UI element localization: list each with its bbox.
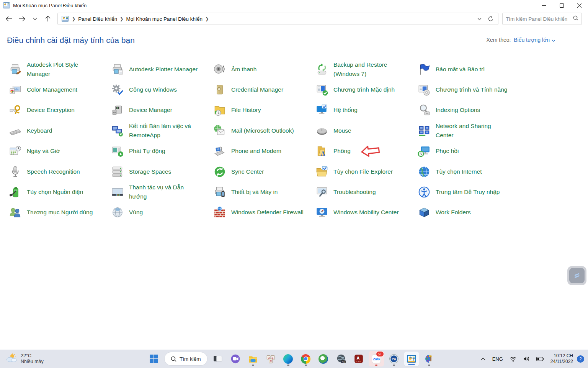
control-panel-item-phat-tu-dong[interactable]: Phát Tự động: [111, 144, 213, 158]
control-panel-item-autodesk-plotter-manager[interactable]: Autodesk Plotter Manager: [111, 62, 213, 76]
taskbar-app-video-chat-app[interactable]: [228, 351, 243, 366]
control-panel-item-bao-mat-va-bao-tri[interactable]: Bảo mật và Bảo trì: [417, 62, 519, 76]
taskbar-app-chrome-browser[interactable]: [298, 351, 314, 366]
notification-count-badge[interactable]: 2: [577, 355, 584, 363]
control-panel-item-phone-and-modem[interactable]: Phone and Modem: [213, 144, 315, 158]
weather-widget[interactable]: 22°C Nhiều mây: [5, 353, 44, 365]
close-button[interactable]: [570, 0, 588, 11]
item-label: Storage Spaces: [129, 167, 171, 176]
control-panel-item-am-thanh[interactable]: Âm thanh: [213, 62, 315, 76]
item-label: Network and Sharing Center: [436, 122, 508, 140]
control-panel-item-device-manager[interactable]: Device Manager: [111, 103, 213, 117]
control-panel-window-icon: [3, 2, 10, 8]
control-panel-item-chuong-trinh-va-tinh-nang[interactable]: Chương trình và Tính năng: [417, 83, 519, 97]
taskbar-app-game-tiles[interactable]: ULR: [263, 351, 278, 366]
clock[interactable]: 10:12 CH 24/11/2022: [548, 353, 575, 365]
breadcrumb-moi-khoan-muc[interactable]: Mọi Khoản mục Panel Điều khiển: [125, 16, 204, 22]
control-panel-item-ket-noi-ban-lam-viec-va-remoteapp[interactable]: Kết nối Bàn làm việc và RemoteApp: [111, 122, 213, 140]
control-panel-item-tuy-chon-nguon-dien[interactable]: Tùy chọn Nguồn điện: [8, 185, 111, 199]
control-panel-item-mouse[interactable]: Mouse: [315, 124, 417, 138]
forward-button[interactable]: [15, 12, 28, 25]
taskbar-app-zalo[interactable]: Zalo5+: [369, 351, 384, 366]
up-button[interactable]: [41, 12, 54, 25]
volume-icon[interactable]: [521, 352, 532, 366]
control-panel-item-network-and-sharing-center[interactable]: Network and Sharing Center: [417, 122, 519, 140]
item-label: Thiết bị và Máy in: [231, 187, 278, 197]
taskbar-app-control-panel[interactable]: [404, 351, 419, 366]
item-label: Keyboard: [27, 126, 52, 135]
item-label: Windows Mobility Center: [333, 208, 399, 217]
control-panel-item-speech-recognition[interactable]: Speech Recognition: [8, 165, 111, 179]
search-icon[interactable]: [573, 15, 578, 22]
control-panel-item-he-thong[interactable]: Hệ thống: [315, 103, 417, 117]
breadcrumb-panel-dieu-khien[interactable]: Panel Điều khiển: [77, 16, 119, 22]
control-panel-item-cong-cu-windows[interactable]: Công cụ Windows: [111, 83, 213, 97]
taskbar-app-paint-palette[interactable]: [421, 351, 437, 366]
control-panel-item-sync-center[interactable]: Sync Center: [213, 165, 315, 179]
item-label: Windows Defender Firewall: [231, 208, 304, 217]
taskbar-app-edge-browser[interactable]: [281, 351, 296, 366]
control-panel-item-truong-muc-nguoi-dung[interactable]: Trương mục Người dùng: [8, 205, 111, 219]
item-label: Bảo mật và Bảo trì: [436, 65, 485, 74]
address-bar[interactable]: ❯ Panel Điều khiển ❯ Mọi Khoản mục Panel…: [57, 13, 498, 25]
taskbar-app-yu-app[interactable]: Yu: [386, 351, 402, 366]
control-panel-item-indexing-options[interactable]: Indexing Options: [417, 103, 519, 117]
control-panel-item-work-folders[interactable]: Work Folders: [417, 205, 519, 219]
control-panel-item-tuy-chon-file-explorer[interactable]: Tùy chọn File Explorer: [315, 165, 417, 179]
taskbar-search[interactable]: Tìm kiếm: [165, 352, 207, 365]
item-label: Device Manager: [129, 105, 172, 115]
region-globe-icon: [111, 205, 124, 219]
control-panel-item-tuy-chon-internet[interactable]: Tùy chọn Internet: [417, 165, 519, 179]
taskbar-app-coc-coc-browser[interactable]: [316, 351, 331, 366]
control-panel-item-windows-defender-firewall[interactable]: Windows Defender Firewall: [213, 205, 315, 219]
language-indicator[interactable]: ENG: [490, 352, 506, 366]
control-panel-item-device-encryption[interactable]: Device Encryption: [8, 103, 111, 117]
taskbar-app-file-explorer[interactable]: [245, 351, 261, 366]
search-input[interactable]: [506, 16, 573, 22]
control-panel-item-vung[interactable]: Vùng: [111, 205, 213, 219]
start-button[interactable]: [146, 351, 162, 366]
capture-s-icon: [569, 268, 585, 283]
control-panel-item-thiet-bi-va-may-in[interactable]: Thiết bị và Máy in: [213, 185, 315, 199]
breadcrumb-separator: ❯: [204, 16, 210, 21]
control-panel-item-trung-tam-de-truy-nhap[interactable]: Trung tâm Dễ Truy nhập: [417, 185, 519, 199]
maximize-button[interactable]: [553, 0, 570, 11]
minimize-button[interactable]: [535, 0, 553, 11]
control-panel-item-backup-and-restore-windows-7[interactable]: Backup and Restore (Windows 7): [315, 60, 417, 79]
control-panel-item-troubleshooting[interactable]: Troubleshooting: [315, 185, 417, 199]
control-panel-item-thanh-tac-vu-va-dan-huong[interactable]: Thanh tác vụ và Dẫn hướng: [111, 183, 213, 201]
battery-icon[interactable]: [534, 352, 547, 366]
search-box[interactable]: [502, 13, 582, 25]
control-panel-item-credential-manager[interactable]: Credential Manager: [213, 83, 315, 97]
control-panel-item-windows-mobility-center[interactable]: Windows Mobility Center: [315, 205, 417, 219]
control-panel-item-file-history[interactable]: File History: [213, 103, 315, 117]
taskbar-app-task-view[interactable]: [210, 351, 225, 366]
taskbar-app-google-earth-pro[interactable]: Pro: [333, 351, 349, 366]
back-button[interactable]: [2, 12, 15, 25]
taskbar-app-autocad[interactable]: ACAD: [351, 351, 366, 366]
control-panel-item-chuong-trinh-mac-dinh[interactable]: Chương trình Mặc định: [315, 83, 417, 97]
screen-capture-overlay-button[interactable]: [567, 266, 586, 285]
remote-desktop-icon: [111, 124, 124, 138]
item-label: Work Folders: [436, 208, 471, 217]
item-label: Chương trình Mặc định: [333, 85, 395, 94]
control-panel-item-phong[interactable]: APhông: [315, 144, 417, 158]
mobility-center-icon: [315, 205, 329, 219]
programs-features-icon: [417, 83, 431, 97]
view-by-dropdown[interactable]: Biểu tượng lớn: [512, 37, 555, 43]
wifi-icon[interactable]: [507, 352, 519, 366]
tray-chevron-up[interactable]: [478, 352, 488, 366]
control-panel-item-mail-microsoft-outlook[interactable]: Mail (Microsoft Outlook): [213, 124, 315, 138]
devices-printers-icon: [213, 185, 227, 199]
refresh-button[interactable]: [485, 13, 497, 24]
control-panel-item-autodesk-plot-style-manager[interactable]: Autodesk Plot Style Manager: [8, 60, 111, 79]
control-panel-item-color-management[interactable]: Color Management: [8, 83, 111, 97]
address-dropdown-chevron[interactable]: [474, 13, 485, 24]
default-programs-icon: [315, 83, 329, 97]
search-icon: [171, 356, 176, 362]
control-panel-item-phuc-hoi[interactable]: Phục hồi: [417, 144, 519, 158]
control-panel-item-keyboard[interactable]: Keyboard: [8, 124, 111, 138]
recent-pages-chevron[interactable]: [28, 12, 41, 25]
control-panel-item-ngay-va-gio[interactable]: Ngày và Giờ: [8, 144, 111, 158]
control-panel-item-storage-spaces[interactable]: Storage Spaces: [111, 165, 213, 179]
